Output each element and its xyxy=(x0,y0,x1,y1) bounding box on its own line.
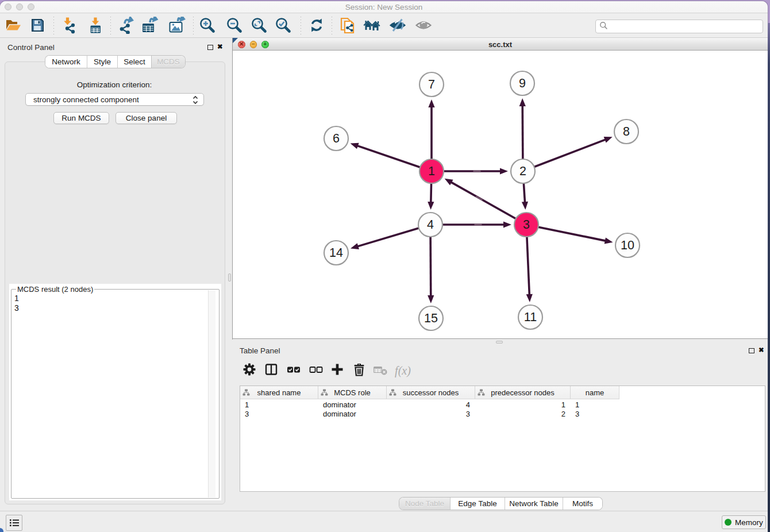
node-label: 3 xyxy=(523,218,530,232)
graph-node-2[interactable]: 2 xyxy=(511,159,535,183)
zoom-out-icon xyxy=(226,17,242,36)
float-panel-icon[interactable] xyxy=(207,45,213,50)
clone-network-button[interactable] xyxy=(338,17,357,36)
float-table-panel-icon[interactable] xyxy=(749,348,754,353)
houses-button[interactable] xyxy=(362,17,382,36)
export-table-icon xyxy=(141,17,159,36)
network-view-window: ✕ − + scc.txt 7 9 6 8 1 2 4 3 14 10 15 1… xyxy=(232,38,768,340)
graph-node-11[interactable]: 11 xyxy=(518,305,542,329)
tab-network-table[interactable]: Network Table xyxy=(505,498,563,510)
hide-eye-button[interactable] xyxy=(388,17,407,36)
graph-node-10[interactable]: 10 xyxy=(615,233,640,257)
tab-select[interactable]: Select xyxy=(117,56,151,68)
save-icon xyxy=(30,18,45,35)
optimization-select[interactable]: strongly connected component xyxy=(25,93,204,106)
deselect-all-button[interactable] xyxy=(306,361,326,380)
toolbar-separator xyxy=(332,17,332,36)
column-header-shared-name[interactable]: shared name xyxy=(240,386,318,399)
open-folder-button[interactable] xyxy=(3,17,23,36)
export-table-button[interactable] xyxy=(140,17,160,36)
export-network-button[interactable] xyxy=(117,17,136,36)
status-bar: Memory xyxy=(0,511,768,531)
cell: 4 xyxy=(387,400,470,410)
graph-node-7[interactable]: 7 xyxy=(419,72,444,97)
export-image-button[interactable] xyxy=(167,17,187,36)
mcds-result-panel: MCDS result (2 nodes) 1 3 xyxy=(9,284,221,500)
mcds-result-text[interactable]: 1 3 xyxy=(12,290,211,498)
search-input[interactable] xyxy=(608,21,763,32)
graph-node-8[interactable]: 8 xyxy=(614,119,638,144)
node-label: 8 xyxy=(623,125,630,138)
zoom-fit-button[interactable] xyxy=(249,17,269,36)
control-panel-title: Control Panel xyxy=(7,43,55,52)
column-label: shared name xyxy=(257,388,301,397)
graph-node-4[interactable]: 4 xyxy=(418,213,442,237)
close-panel-icon[interactable]: ✖ xyxy=(217,44,223,49)
graph-node-15[interactable]: 15 xyxy=(419,306,443,330)
column-sort-icon xyxy=(389,389,396,398)
import-network-button[interactable] xyxy=(60,17,79,36)
tab-mcds[interactable]: MCDS xyxy=(151,56,185,68)
select-all-button[interactable] xyxy=(284,361,303,380)
control-panel-tabs: NetworkStyleSelectMCDS xyxy=(45,56,185,68)
zoom-in-button[interactable] xyxy=(198,17,217,36)
node-label: 1 xyxy=(428,164,435,178)
open-folder-icon xyxy=(5,18,22,35)
tab-edge-table[interactable]: Edge Table xyxy=(450,498,505,510)
zoom-out-button[interactable] xyxy=(225,17,244,36)
node-table: shared nameMCDS rolesuccessor nodesprede… xyxy=(240,385,765,492)
graph-node-9[interactable]: 9 xyxy=(510,71,534,95)
zoom-selected-button[interactable] xyxy=(274,17,293,36)
vertical-splitter-handle[interactable] xyxy=(228,273,231,282)
graph-node-6[interactable]: 6 xyxy=(324,126,348,151)
tab-motifs[interactable]: Motifs xyxy=(563,498,602,510)
gear-button[interactable] xyxy=(240,361,259,380)
graph-node-1[interactable]: 1 xyxy=(419,159,444,183)
deselect-all-icon xyxy=(309,363,324,379)
desktop-edge xyxy=(768,23,770,532)
cell: 1 xyxy=(245,400,318,410)
network-window-titlebar[interactable]: ✕ − + scc.txt xyxy=(233,38,768,51)
tab-network[interactable]: Network xyxy=(45,56,87,68)
import-network-icon xyxy=(61,17,78,36)
refresh-button[interactable] xyxy=(307,17,326,36)
column-header-predecessor-nodes[interactable]: predecessor nodes xyxy=(475,386,571,399)
table-row[interactable]: 3dominator323 xyxy=(240,410,765,419)
save-button[interactable] xyxy=(28,17,47,36)
table-row[interactable]: 1dominator411 xyxy=(240,400,765,410)
close-panel-button[interactable]: Close panel xyxy=(116,112,177,124)
column-header-successor-nodes[interactable]: successor nodes xyxy=(387,386,475,399)
horizontal-splitter-handle[interactable] xyxy=(496,341,503,344)
graph-node-14[interactable]: 14 xyxy=(324,241,348,265)
columns-icon xyxy=(264,363,278,379)
task-history-button[interactable] xyxy=(6,515,22,531)
tab-style[interactable]: Style xyxy=(87,56,117,68)
export-image-icon xyxy=(168,17,186,36)
node-label: 9 xyxy=(519,76,526,90)
trash-button[interactable] xyxy=(349,361,369,380)
zoom-selected-icon xyxy=(275,17,291,36)
show-eye-button[interactable] xyxy=(414,17,433,36)
result-scrollbar[interactable] xyxy=(208,290,215,498)
export-network-icon xyxy=(118,17,135,36)
search-box[interactable] xyxy=(595,20,763,33)
trash-icon xyxy=(352,362,366,379)
table-toolbar: f(x) xyxy=(240,358,760,383)
close-table-panel-icon[interactable]: ✖ xyxy=(759,347,764,353)
table-header: shared nameMCDS rolesuccessor nodesprede… xyxy=(240,386,619,399)
tab-node-table[interactable]: Node Table xyxy=(399,498,450,510)
network-canvas[interactable]: 7 9 6 8 1 2 4 3 14 10 15 11 xyxy=(233,51,768,339)
column-header-name[interactable]: name xyxy=(571,386,619,399)
run-mcds-button[interactable]: Run MCDS xyxy=(53,112,109,124)
fx-button: f(x) xyxy=(393,361,413,380)
columns-button[interactable] xyxy=(261,361,281,380)
add-button[interactable] xyxy=(328,361,347,380)
memory-button[interactable]: Memory xyxy=(722,515,766,529)
column-header-MCDS-role[interactable]: MCDS role xyxy=(318,386,387,399)
cell: 2 xyxy=(475,410,565,419)
graph-node-3[interactable]: 3 xyxy=(514,213,538,237)
column-label: MCDS role xyxy=(334,388,371,397)
gear-icon xyxy=(242,363,256,379)
network-window-title: scc.txt xyxy=(233,40,768,49)
import-table-button[interactable] xyxy=(86,17,105,36)
